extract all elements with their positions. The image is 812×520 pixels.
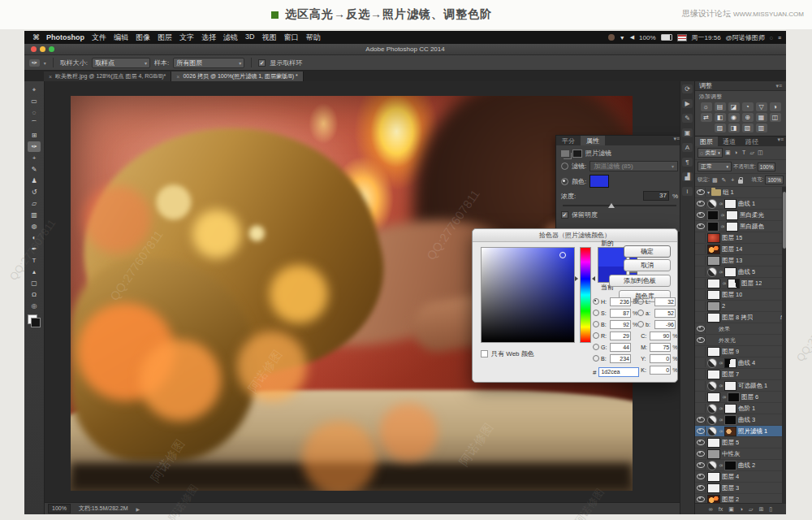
layer-thumbnail[interactable]: [707, 290, 720, 300]
adjustment-curves-icon[interactable]: ◪: [728, 102, 740, 111]
fill-layer-thumbnail[interactable]: [707, 210, 719, 220]
field-input[interactable]: 236: [610, 297, 631, 306]
hex-input[interactable]: 1d2cea: [598, 367, 639, 377]
layer-visibility-toggle[interactable]: [696, 245, 706, 254]
layer-thumbnail[interactable]: [707, 438, 720, 448]
sample-dropdown[interactable]: 所有图层▾: [173, 58, 244, 68]
shape-tool[interactable]: ▢: [28, 278, 41, 288]
layer-thumbnail[interactable]: [707, 233, 720, 243]
adjustment-vibrance-icon[interactable]: ▽: [756, 102, 767, 111]
layers-scrollbar[interactable]: [782, 187, 786, 503]
field-input[interactable]: 44: [610, 343, 631, 352]
layer-thumbnail[interactable]: [707, 245, 720, 254]
menu-photoshop[interactable]: Photoshop: [46, 33, 84, 41]
adjustment-channel-mixer-icon[interactable]: ⊕: [742, 113, 754, 122]
menu-item-3D[interactable]: 3D: [245, 32, 255, 43]
color-radio[interactable]: [561, 178, 568, 185]
menu-item-滤镜[interactable]: 滤镜: [223, 32, 238, 43]
adjustment-layer-icon[interactable]: [707, 461, 717, 470]
adjustment-color-lookup-icon[interactable]: ▦: [756, 113, 767, 122]
lock-all-icon[interactable]: [738, 180, 743, 184]
history-panel-icon[interactable]: ⟳: [682, 84, 693, 93]
layer-visibility-toggle[interactable]: [696, 324, 706, 333]
field-input[interactable]: 32: [654, 297, 676, 306]
field-radio[interactable]: [593, 298, 599, 305]
field-input[interactable]: 75: [650, 343, 671, 352]
layer-row-色阶 1[interactable]: 8色阶 1: [695, 403, 786, 414]
close-tab-icon[interactable]: ×: [176, 74, 179, 80]
layer-row-图层 12[interactable]: 8图层 12: [695, 278, 786, 289]
menu-item-编辑[interactable]: 编辑: [114, 32, 128, 43]
input-language-flag-icon[interactable]: [677, 34, 687, 41]
wifi-icon[interactable]: ▼: [620, 35, 625, 41]
delete-layer-icon[interactable]: ▯: [769, 506, 772, 513]
density-value[interactable]: 37: [643, 191, 669, 201]
layer-thumbnail[interactable]: [707, 449, 720, 459]
adjustment-layer-icon[interactable]: [707, 381, 717, 391]
layer-thumbnail[interactable]: [707, 256, 720, 266]
web-colors-only-checkbox[interactable]: [481, 350, 488, 358]
layer-mask-thumbnail[interactable]: [724, 358, 736, 368]
layer-row-图层 3[interactable]: 图层 3: [695, 483, 786, 494]
adjustment-hue-saturation-icon[interactable]: ◑: [770, 102, 781, 111]
filter-pixel-layers-icon[interactable]: ▣: [724, 150, 732, 156]
field-radio[interactable]: [637, 321, 644, 327]
layer-row-图层 8 拷贝[interactable]: 图层 8 拷贝fx: [695, 312, 786, 323]
layer-mask-thumbnail[interactable]: [724, 415, 736, 425]
crop-tool[interactable]: ⊞: [28, 130, 41, 141]
layer-row-图层 14[interactable]: 图层 14: [695, 244, 786, 255]
character-panel-icon[interactable]: A: [682, 143, 693, 152]
panel-menu-icon[interactable]: ▾≡: [775, 83, 782, 89]
show-sampling-ring-checkbox[interactable]: ✓: [258, 59, 266, 67]
filter-shape-layers-icon[interactable]: ▱: [749, 150, 756, 156]
menu-item-窗口[interactable]: 窗口: [284, 32, 299, 43]
volume-icon[interactable]: ◀: [630, 34, 634, 41]
histogram-panel-icon[interactable]: ▟: [682, 172, 693, 181]
gradient-tool[interactable]: ▥: [28, 210, 41, 220]
filter-smart-objects-icon[interactable]: ◫: [757, 150, 764, 156]
layer-visibility-toggle[interactable]: [696, 461, 706, 470]
layer-row-效果[interactable]: 效果: [695, 323, 786, 335]
scrollbar-thumb[interactable]: [783, 192, 786, 249]
layer-visibility-toggle[interactable]: [696, 313, 706, 322]
lock-pixels-icon[interactable]: ✎: [720, 177, 728, 184]
layer-row-黑白颜色[interactable]: 8黑白颜色: [695, 221, 786, 232]
adjustment-photo-filter-icon[interactable]: ◉: [728, 113, 740, 122]
slider-thumb[interactable]: [608, 203, 615, 208]
clip-to-layer-icon[interactable]: [561, 150, 569, 157]
color-field[interactable]: [481, 247, 575, 343]
layer-visibility-toggle[interactable]: [696, 495, 706, 503]
layer-thumbnail[interactable]: [707, 347, 720, 357]
layer-visibility-toggle[interactable]: [696, 415, 706, 424]
layer-row-图层 4[interactable]: 图层 4: [695, 471, 786, 483]
layer-thumbnail[interactable]: [707, 313, 720, 323]
adjustment-selective-color-icon[interactable]: ▥: [756, 124, 767, 132]
menu-item-图层[interactable]: 图层: [158, 32, 172, 43]
layer-visibility-toggle[interactable]: [696, 427, 706, 436]
layer-thumbnail[interactable]: [707, 392, 720, 402]
layer-row-图层 9[interactable]: 图层 9: [695, 346, 786, 358]
layer-row-图层 7[interactable]: 图层 7: [695, 369, 786, 380]
field-input[interactable]: 52: [654, 309, 676, 318]
quick-selection-tool[interactable]: ⌒: [28, 119, 41, 129]
adjustment-gradient-map-icon[interactable]: ▧: [742, 124, 754, 132]
field-input[interactable]: 0: [650, 366, 671, 375]
blend-mode-dropdown[interactable]: 正常▾: [698, 162, 732, 171]
layer-row-组 1[interactable]: ▾组 1: [695, 187, 786, 198]
field-input[interactable]: 0: [650, 354, 671, 363]
menubar-clock[interactable]: 周一19:56: [692, 33, 721, 42]
marquee-tool[interactable]: ▭: [28, 96, 41, 106]
layer-mask-thumbnail[interactable]: [724, 381, 736, 391]
new-group-icon[interactable]: ▱: [749, 506, 753, 513]
layer-thumbnail[interactable]: [707, 279, 720, 288]
layer-mask-thumbnail[interactable]: [726, 210, 738, 220]
layer-visibility-toggle[interactable]: [696, 370, 706, 379]
layer-visibility-toggle[interactable]: [696, 267, 706, 276]
field-input[interactable]: 87: [610, 309, 631, 318]
adjustment-black-white-icon[interactable]: ◧: [715, 113, 726, 122]
close-tab-icon[interactable]: ×: [49, 74, 52, 80]
actions-panel-icon[interactable]: ▶: [682, 99, 693, 108]
add-mask-icon[interactable]: ▣: [728, 506, 734, 513]
layer-visibility-toggle[interactable]: [696, 199, 706, 208]
layer-row-黑白柔光[interactable]: 8黑白柔光: [695, 210, 786, 221]
